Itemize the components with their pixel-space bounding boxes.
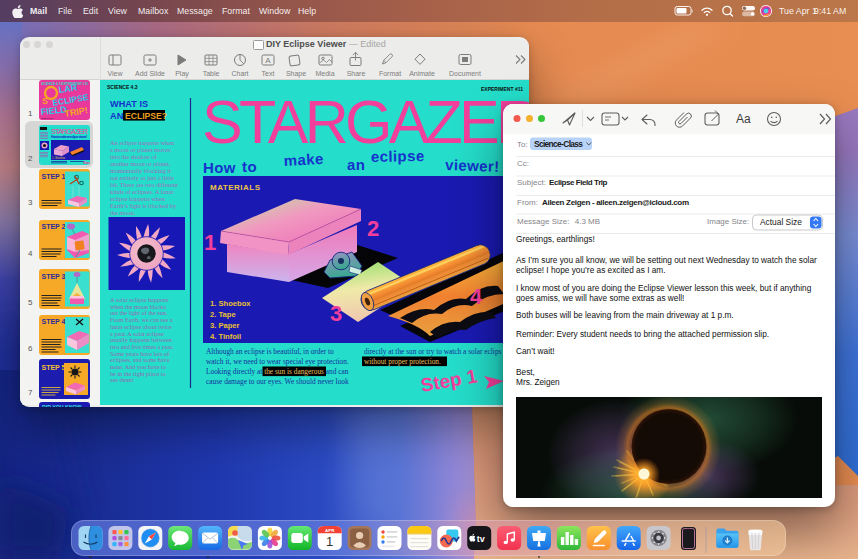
- svg-text:Chart: Chart: [231, 70, 248, 77]
- svg-text:a moon or planet moves: a moon or planet moves: [110, 146, 171, 153]
- svg-text:Aileen Zeigen - aileen.zeigen@: Aileen Zeigen - aileen.zeigen@icloud.com: [542, 198, 689, 207]
- svg-text:Share: Share: [347, 70, 366, 77]
- svg-text:watch it, we need to wear spec: watch it, we need to wear special eye pr…: [206, 357, 349, 366]
- svg-text:1. Shoebox: 1. Shoebox: [210, 299, 251, 308]
- svg-text:Step 1: Step 1: [419, 365, 479, 396]
- svg-text:Looking directly at the sun is: Looking directly at the sun is dangerous…: [206, 367, 349, 376]
- svg-text:Media: Media: [315, 70, 334, 77]
- svg-text:1: 1: [204, 230, 216, 255]
- svg-text:How to make an eclipse viewer!: How to make an eclipse viewer!: [51, 135, 87, 139]
- svg-text:into the shadow of: into the shadow of: [110, 153, 158, 160]
- svg-text:4. Tinfoil: 4. Tinfoil: [210, 332, 241, 341]
- svg-text:out entirely or just a little: out entirely or just a little: [110, 174, 174, 181]
- svg-text:MATERIALS: MATERIALS: [210, 183, 261, 192]
- svg-text:kinds of eclipses. A lunar: kinds of eclipses. A lunar: [110, 188, 174, 195]
- svg-text:Text: Text: [262, 70, 275, 77]
- svg-text:Reminder: Every student needs: Reminder: Every student needs to bring t…: [516, 329, 769, 340]
- svg-text:2. Tape: 2. Tape: [210, 310, 236, 319]
- svg-text:STEP 1:: STEP 1:: [42, 173, 68, 180]
- svg-text:Add Slide: Add Slide: [135, 70, 165, 77]
- svg-text:3. Paper: 3. Paper: [210, 321, 240, 330]
- svg-text:Format: Format: [379, 70, 401, 77]
- svg-text:2: 2: [367, 216, 379, 241]
- svg-text:1. Shoebox: 1. Shoebox: [52, 156, 66, 160]
- svg-text:Document: Document: [449, 70, 481, 77]
- svg-text:directly at the sun or try to: directly at the sun or try to watch a so…: [364, 347, 502, 356]
- svg-text:STARGAZER: STARGAZER: [202, 88, 529, 156]
- svg-text:goes amiss, we will have some: goes amiss, we will have some extras as …: [516, 293, 684, 304]
- svg-text:Eclipse Field Trip: Eclipse Field Trip: [549, 178, 608, 187]
- svg-text:Although an eclipse is beautif: Although an eclipse is beautiful, in ord…: [206, 347, 334, 356]
- svg-text:the moon.: the moon.: [110, 209, 136, 216]
- svg-text:Science-Class: Science-Class: [534, 139, 583, 149]
- svg-text:Play: Play: [175, 70, 189, 78]
- svg-text:As I’m sure you all know, we w: As I’m sure you all know, we will be set…: [516, 255, 817, 266]
- svg-text:An eclipse happens when: An eclipse happens when: [110, 139, 175, 146]
- svg-text:Animate: Animate: [409, 70, 435, 77]
- svg-text:ECLIPSE?: ECLIPSE?: [125, 111, 167, 121]
- svg-text:WHAT IS: WHAT IS: [110, 99, 148, 109]
- svg-text:without proper protection.: without proper protection.: [364, 357, 441, 366]
- svg-text:STEP 4:: STEP 4:: [42, 318, 68, 325]
- svg-text:eclipse! I hope you’re as exci: eclipse! I hope you’re as excited as I a…: [516, 265, 666, 276]
- svg-text:APR: APR: [325, 528, 335, 533]
- svg-text:Cc:: Cc:: [517, 159, 529, 168]
- svg-text:Message Size: 4.3 MB: Message Size: 4.3 MB: [517, 217, 600, 226]
- svg-text:Actual Size: Actual Size: [760, 217, 802, 227]
- svg-text:STEP 2:: STEP 2:: [42, 223, 68, 230]
- svg-text:another moon or planet,: another moon or planet,: [110, 160, 171, 167]
- svg-text:1: 1: [326, 534, 333, 549]
- svg-text:cause damage to our eyes. We s: cause damage to our eyes. We should neve…: [206, 377, 349, 386]
- svg-text:eclipse happens when: eclipse happens when: [110, 195, 166, 202]
- svg-text:SCIENCE 4.3: SCIENCE 4.3: [107, 84, 138, 90]
- svg-text:4: 4: [470, 284, 483, 309]
- svg-text:to: to: [242, 158, 257, 175]
- svg-text:Both buses will be leaving fro: Both buses will be leaving from the main…: [516, 310, 734, 321]
- svg-text:Can’t wait!: Can’t wait!: [516, 346, 555, 357]
- svg-text:tv: tv: [477, 534, 485, 544]
- svg-text:make: make: [283, 150, 324, 169]
- svg-text:S: S: [42, 96, 48, 106]
- svg-text:an: an: [347, 156, 365, 173]
- svg-text:I know most of you are doing t: I know most of you are doing the Eclipse…: [516, 283, 811, 294]
- svg-text:Step 1: Step 1: [83, 160, 90, 165]
- svg-text:View: View: [107, 70, 123, 77]
- svg-text:Wed 1 p.m.: Wed 1 p.m.: [41, 117, 54, 120]
- svg-text:How: How: [203, 159, 236, 176]
- svg-text:DID YOU KNOW: DID YOU KNOW: [42, 404, 81, 407]
- svg-text:Aa: Aa: [736, 112, 751, 126]
- svg-text:AN: AN: [110, 111, 124, 121]
- svg-text:viewer!: viewer!: [445, 156, 500, 175]
- svg-text:bit. There are two different: bit. There are two different: [110, 181, 178, 188]
- svg-text:Greetings, earthlings!: Greetings, earthlings!: [516, 234, 595, 245]
- svg-text:Subject:: Subject:: [517, 178, 546, 187]
- svg-text:A: A: [265, 56, 271, 65]
- svg-text:Mrs. Zeigen: Mrs. Zeigen: [516, 377, 560, 388]
- svg-text:STEP 3:: STEP 3:: [42, 273, 68, 280]
- svg-text:STEP 5:: STEP 5:: [42, 364, 68, 371]
- svg-text:3: 3: [330, 301, 342, 326]
- svg-text:Earth’s light is blocked by: Earth’s light is blocked by: [110, 202, 177, 209]
- svg-text:momentarily blocking it: momentarily blocking it: [110, 167, 171, 174]
- svg-text:Best,: Best,: [516, 367, 535, 378]
- svg-text:Table: Table: [203, 70, 220, 77]
- svg-text:Shape: Shape: [286, 70, 306, 78]
- svg-text:eclipse: eclipse: [371, 147, 425, 165]
- svg-text:From:: From:: [517, 198, 538, 207]
- svg-text:Image Size:: Image Size:: [707, 217, 749, 226]
- svg-text:To:: To:: [517, 140, 528, 149]
- svg-text:see them!: see them!: [110, 376, 134, 383]
